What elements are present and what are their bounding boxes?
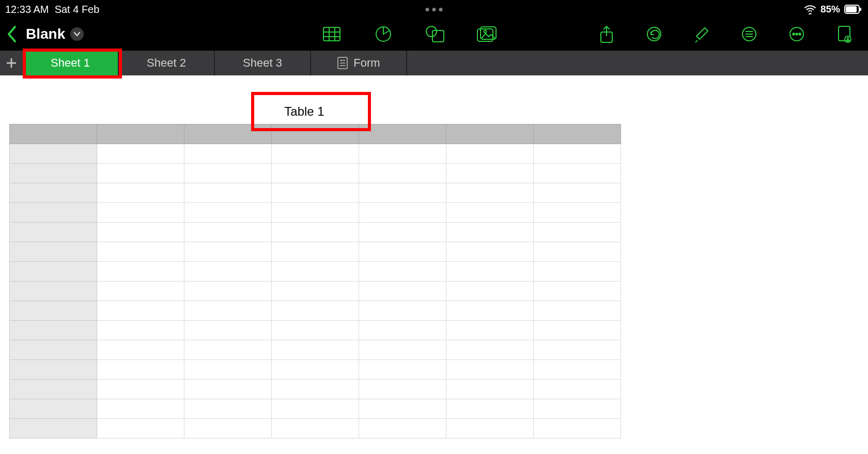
cell[interactable]	[97, 340, 184, 360]
column-header[interactable]	[446, 124, 534, 144]
cell[interactable]	[446, 164, 534, 183]
spreadsheet-table[interactable]	[9, 124, 621, 439]
row-header[interactable]	[10, 419, 97, 439]
cell[interactable]	[184, 164, 272, 183]
cell[interactable]	[97, 380, 184, 399]
cell[interactable]	[184, 321, 272, 340]
column-header[interactable]	[184, 124, 272, 144]
cell[interactable]	[534, 242, 621, 262]
row-header[interactable]	[10, 144, 97, 164]
cell[interactable]	[272, 203, 359, 223]
cell[interactable]	[359, 223, 446, 242]
cell[interactable]	[97, 419, 184, 439]
tab-sheet-2[interactable]: Sheet 2	[119, 51, 215, 75]
cell[interactable]	[534, 340, 621, 360]
multitask-dots-icon[interactable]	[426, 8, 443, 11]
cell[interactable]	[359, 301, 446, 321]
cell[interactable]	[534, 183, 621, 203]
cell[interactable]	[534, 144, 621, 164]
cell[interactable]	[184, 242, 272, 262]
cell[interactable]	[446, 242, 534, 262]
column-header[interactable]	[272, 124, 359, 144]
cell[interactable]	[184, 144, 272, 164]
cell[interactable]	[272, 262, 359, 281]
cell[interactable]	[359, 183, 446, 203]
cell[interactable]	[359, 262, 446, 281]
add-sheet-button[interactable]	[0, 51, 23, 75]
cell[interactable]	[534, 419, 621, 439]
row-header[interactable]	[10, 301, 97, 321]
cell[interactable]	[272, 164, 359, 183]
cell[interactable]	[446, 203, 534, 223]
cell[interactable]	[272, 183, 359, 203]
cell[interactable]	[359, 419, 446, 439]
cell[interactable]	[534, 262, 621, 281]
cell[interactable]	[446, 223, 534, 242]
insert-media-button[interactable]	[475, 23, 498, 45]
cell[interactable]	[184, 183, 272, 203]
cell[interactable]	[359, 399, 446, 419]
cell[interactable]	[272, 242, 359, 262]
table-corner[interactable]	[10, 124, 97, 144]
column-header[interactable]	[359, 124, 446, 144]
cell[interactable]	[97, 399, 184, 419]
cell[interactable]	[359, 164, 446, 183]
tab-sheet-3[interactable]: Sheet 3	[215, 51, 311, 75]
cell[interactable]	[359, 321, 446, 340]
cell[interactable]	[184, 360, 272, 380]
cell[interactable]	[446, 360, 534, 380]
column-header[interactable]	[534, 124, 621, 144]
cell[interactable]	[272, 340, 359, 360]
insert-table-button[interactable]	[320, 23, 343, 45]
cell[interactable]	[359, 380, 446, 399]
cell[interactable]	[97, 183, 184, 203]
insert-chart-button[interactable]	[372, 23, 395, 45]
cell[interactable]	[534, 164, 621, 183]
cell[interactable]	[446, 183, 534, 203]
cell[interactable]	[272, 380, 359, 399]
cell[interactable]	[534, 203, 621, 223]
cell[interactable]	[184, 340, 272, 360]
cell[interactable]	[534, 223, 621, 242]
insert-shape-button[interactable]	[424, 23, 446, 45]
cell[interactable]	[97, 223, 184, 242]
row-header[interactable]	[10, 281, 97, 301]
cell[interactable]	[534, 399, 621, 419]
cell[interactable]	[184, 281, 272, 301]
cell[interactable]	[446, 419, 534, 439]
tab-form[interactable]: Form	[311, 51, 407, 75]
cell[interactable]	[97, 164, 184, 183]
spreadsheet-canvas[interactable]: Table 1	[0, 75, 868, 454]
row-header[interactable]	[10, 183, 97, 203]
cell[interactable]	[359, 203, 446, 223]
cell[interactable]	[184, 419, 272, 439]
cell[interactable]	[97, 281, 184, 301]
cell[interactable]	[272, 360, 359, 380]
document-title[interactable]: Blank	[26, 26, 84, 42]
cell[interactable]	[446, 144, 534, 164]
cell[interactable]	[272, 419, 359, 439]
row-header[interactable]	[10, 203, 97, 223]
cell[interactable]	[184, 203, 272, 223]
cell[interactable]	[446, 340, 534, 360]
cell[interactable]	[534, 321, 621, 340]
cell[interactable]	[446, 321, 534, 340]
row-header[interactable]	[10, 262, 97, 281]
cell[interactable]	[184, 262, 272, 281]
cell[interactable]	[97, 360, 184, 380]
row-header[interactable]	[10, 340, 97, 360]
cell[interactable]	[272, 144, 359, 164]
cell[interactable]	[272, 321, 359, 340]
cell[interactable]	[184, 380, 272, 399]
cell[interactable]	[97, 321, 184, 340]
cell[interactable]	[446, 262, 534, 281]
cell[interactable]	[184, 399, 272, 419]
cell[interactable]	[272, 399, 359, 419]
row-header[interactable]	[10, 164, 97, 183]
cell[interactable]	[272, 301, 359, 321]
column-header[interactable]	[97, 124, 184, 144]
cell[interactable]	[446, 399, 534, 419]
cell[interactable]	[446, 301, 534, 321]
chevron-down-icon[interactable]	[70, 27, 84, 41]
cell[interactable]	[97, 203, 184, 223]
